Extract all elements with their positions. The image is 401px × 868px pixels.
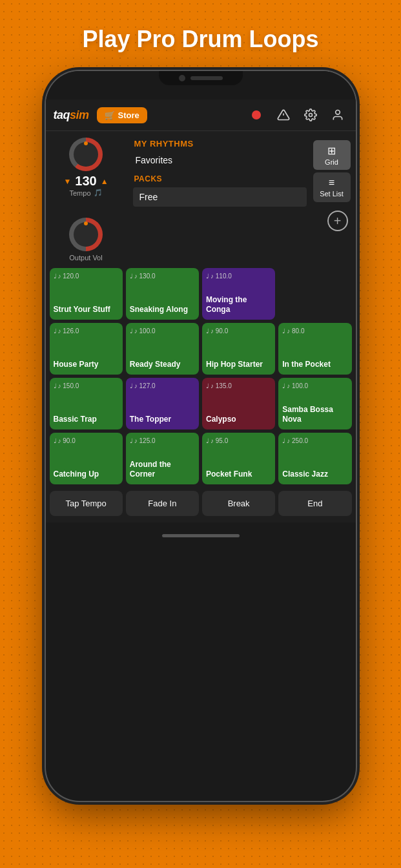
setlist-view-button[interactable]: ≡ Set List [313,172,351,202]
pad-name: Ready Steady [130,360,195,370]
pad-pad-10[interactable]: ♪ 127.0 The Topper [126,378,199,429]
pad-name: Classic Jazz [282,470,347,480]
tempo-knob-container: ▼ 130 ▲ Tempo 🎵 [63,138,108,197]
app-content: ▼ 130 ▲ Tempo 🎵 Output Vol [46,131,356,268]
pad-pad-11[interactable]: ♪ 135.0 Calypso [202,378,275,429]
pad-pad-4-empty [278,268,351,320]
output-knob[interactable] [69,218,103,251]
pad-name: Sneaking Along [130,305,195,315]
tempo-label: Tempo 🎵 [69,189,102,197]
pad-bpm: ♪ 130.0 [130,273,195,280]
pad-bpm: ♪ 150.0 [54,382,119,389]
svg-point-2 [309,114,312,117]
end-button[interactable]: End [278,491,351,516]
pad-name: Strut Your Stuff [54,305,119,315]
tempo-knob[interactable] [69,138,103,171]
left-panel: ▼ 130 ▲ Tempo 🎵 Output Vol [46,131,127,268]
bottom-actions: Tap TempoFade InBreakEnd [46,491,356,522]
pad-name: Catching Up [54,470,119,480]
phone-notch [159,71,243,85]
pad-name: Hip Hop Starter [206,360,271,370]
pad-pad-13[interactable]: ♪ 90.0 Catching Up [50,433,123,484]
cart-icon: 🛒 [105,110,115,120]
plus-icon: + [334,214,342,229]
speaker [190,76,223,80]
pad-bpm: ♪ 110.0 [206,273,271,280]
pad-name: Moving the Conga [206,295,271,315]
rhythm-browser: MY RHYTHMS Favorites PACKS Free ⊞ Grid ≡… [129,136,353,208]
phone-frame: taqsim 🛒 Store [46,71,356,801]
break-button[interactable]: Break [202,491,275,516]
pad-pad-1[interactable]: ♪ 120.0 Strut Your Stuff [50,268,123,320]
pad-name: House Party [54,360,119,370]
fade-in-button[interactable]: Fade In [126,491,199,516]
settings-button[interactable] [300,105,321,125]
pad-pad-14[interactable]: ♪ 125.0 Around the Corner [126,433,199,484]
pad-bpm: ♪ 80.0 [282,327,347,335]
pad-bpm: ♪ 90.0 [54,437,119,444]
grid-view-button[interactable]: ⊞ Grid [313,140,351,170]
pad-name: Calypso [206,415,271,425]
camera [179,75,185,81]
list-icon: ≡ [329,177,334,189]
pad-bpm: ♪ 100.0 [282,382,347,389]
pad-name: Pocket Funk [206,470,271,480]
pad-bpm: ♪ 95.0 [206,437,271,444]
free-pack-item[interactable]: Free [133,187,307,207]
view-toggle: ⊞ Grid ≡ Set List [311,136,353,206]
phone-bottom [46,522,356,548]
browser-list: MY RHYTHMS Favorites PACKS Free [129,136,311,208]
grid-label: Grid [325,158,338,166]
store-label: Store [118,110,139,120]
knob-indicator [84,141,88,145]
pad-bpm: ♪ 100.0 [130,327,195,335]
pad-bpm: ♪ 120.0 [54,273,119,280]
output-vol-container: Output Vol [69,218,103,262]
pad-bpm: ♪ 126.0 [54,327,119,335]
pad-name: Around the Corner [130,460,195,480]
pad-pad-5[interactable]: ♪ 126.0 House Party [50,323,123,375]
phone-status-bar [46,71,356,99]
pad-pad-12[interactable]: ♪ 100.0 Samba Bossa Nova [278,378,351,429]
pad-pad-2[interactable]: ♪ 130.0 Sneaking Along [126,268,199,320]
pads-grid: ♪ 120.0 Strut Your Stuff ♪ 130.0 Sneakin… [50,268,352,484]
tap-tempo-button[interactable]: Tap Tempo [50,491,123,516]
home-indicator[interactable] [162,534,240,537]
output-vol-label: Output Vol [69,254,102,262]
tempo-control: ▼ 130 ▲ [63,174,108,189]
metronome-icon: 🎵 [94,189,103,197]
app-header: taqsim 🛒 Store [46,99,356,131]
pad-name: The Topper [130,415,195,425]
alert-button[interactable] [273,105,294,125]
add-btn-row: + [129,208,353,234]
pad-pad-7[interactable]: ♪ 90.0 Hip Hop Starter [202,323,275,375]
tempo-display: 130 [75,174,96,189]
pad-bpm: ♪ 125.0 [130,437,195,444]
pad-bpm: ♪ 135.0 [206,382,271,389]
pad-pad-3[interactable]: ♪ 110.0 Moving the Conga [202,268,275,320]
my-rhythms-header: MY RHYTHMS [129,136,311,151]
tempo-increase[interactable]: ▲ [101,177,108,186]
profile-button[interactable] [327,105,348,125]
pad-name: Samba Bossa Nova [282,405,347,425]
pad-name: Bassic Trap [54,415,119,425]
record-dot [252,110,261,119]
add-rhythm-button[interactable]: + [327,211,348,231]
tempo-decrease[interactable]: ▼ [63,177,71,186]
favorites-item[interactable]: Favorites [129,151,311,169]
pad-pad-9[interactable]: ♪ 150.0 Bassic Trap [50,378,123,429]
store-button[interactable]: 🛒 Store [97,107,147,123]
page-title: Play Pro Drum Loops [82,26,318,53]
packs-header: PACKS [129,172,311,186]
record-button[interactable] [246,105,267,125]
output-knob-indicator [84,222,88,225]
pads-section: ♪ 120.0 Strut Your Stuff ♪ 130.0 Sneakin… [46,268,356,488]
grid-icon: ⊞ [327,145,336,157]
phone-screen: taqsim 🛒 Store [46,99,356,522]
pad-pad-15[interactable]: ♪ 95.0 Pocket Funk [202,433,275,484]
svg-point-3 [335,110,340,115]
pad-pad-8[interactable]: ♪ 80.0 In the Pocket [278,323,351,375]
pad-pad-6[interactable]: ♪ 100.0 Ready Steady [126,323,199,375]
pad-pad-16[interactable]: ♪ 250.0 Classic Jazz [278,433,351,484]
pad-bpm: ♪ 90.0 [206,327,271,335]
